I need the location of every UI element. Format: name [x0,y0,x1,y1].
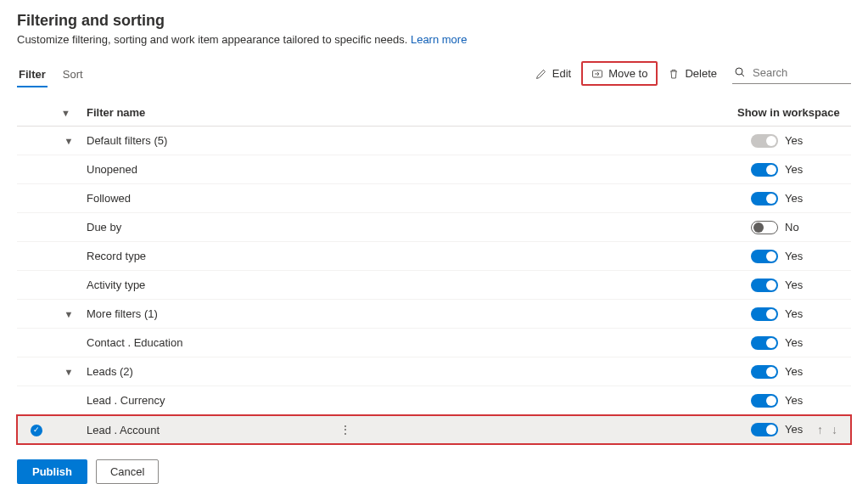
table-row[interactable]: Contact . EducationYes [17,329,851,357]
row-select-cell[interactable] [17,184,56,213]
row-expand-cell [56,329,81,357]
row-name-cell: Leads (2) [81,357,732,386]
row-name-cell: Unopened [81,155,732,184]
row-name-label: Lead . Account [87,424,160,436]
table-row[interactable]: ▼Default filters (5)Yes [17,127,851,155]
trash-icon [668,68,680,80]
tab-strip: Filter Sort [17,63,85,87]
page-title: Filtering and sorting [17,12,851,30]
row-name-label: Followed [87,192,131,205]
table-row[interactable]: ✓Lead . Account⋮Yes↑↓ [17,415,851,444]
row-expand-cell [56,386,81,415]
table-row[interactable]: Activity typeYes [17,271,851,300]
row-name-cell: Activity type [81,271,732,300]
row-name-cell: Default filters (5) [81,127,732,155]
show-in-workspace-toggle[interactable] [751,336,778,350]
tab-filter[interactable]: Filter [17,63,48,87]
row-select-cell[interactable] [17,300,56,329]
column-show-in-workspace[interactable]: Show in workspace [732,99,851,127]
header-expand[interactable]: ▼ [56,99,81,127]
footer-actions: Publish Cancel [17,459,851,484]
show-in-workspace-toggle[interactable] [751,279,778,292]
svg-point-1 [736,68,742,75]
row-name-label: Unopened [87,163,137,176]
show-in-workspace-toggle[interactable] [751,423,778,436]
toggle-state-label: Yes [785,307,804,320]
row-expand-cell[interactable]: ▼ [56,357,81,386]
search-input[interactable] [751,65,868,80]
row-select-cell[interactable] [17,329,56,357]
move-to-button[interactable]: Move to [585,64,654,83]
delete-button[interactable]: Delete [661,64,724,83]
show-in-workspace-toggle [751,134,778,148]
checkmark-icon: ✓ [31,425,42,436]
toggle-state-label: Yes [785,134,804,147]
table-row[interactable]: UnopenedYes [17,155,851,184]
row-name-label: More filters (1) [87,307,158,320]
row-expand-cell [56,242,81,271]
move-up-icon[interactable]: ↑ [817,423,823,436]
row-expand-cell [56,213,81,242]
page-subtitle: Customize filtering, sorting and work it… [17,33,851,46]
tab-sort[interactable]: Sort [61,63,85,87]
toggle-state-label: Yes [785,423,804,436]
show-in-workspace-toggle[interactable] [751,192,778,205]
chevron-down-icon: ▼ [61,108,70,118]
table-row[interactable]: Lead . CurrencyYes [17,386,851,415]
toggle-state-label: Yes [785,336,804,349]
row-reorder-controls: ↑↓ [817,423,837,436]
toggle-state-label: Yes [785,365,804,378]
show-in-workspace-toggle[interactable] [751,221,778,234]
move-to-highlight: Move to [581,61,658,86]
command-bar: Edit Move to Delete [529,61,851,87]
move-down-icon[interactable]: ↓ [832,423,837,436]
row-name-cell: Due by [81,213,732,242]
table-row[interactable]: FollowedYes [17,184,851,213]
show-in-workspace-toggle[interactable] [751,163,778,177]
move-to-icon [591,68,603,80]
row-select-cell[interactable] [17,242,56,271]
toggle-state-label: Yes [785,163,804,176]
row-select-cell[interactable] [17,357,56,386]
row-name-label: Leads (2) [87,365,133,378]
search-field[interactable] [732,64,851,84]
row-name-label: Default filters (5) [87,134,167,147]
row-select-cell[interactable] [17,271,56,300]
toggle-state-label: Yes [785,394,804,407]
row-select-cell[interactable] [17,155,56,184]
row-name-cell: Followed [81,184,732,213]
chevron-down-icon: ▼ [64,367,74,377]
show-in-workspace-toggle[interactable] [751,365,778,379]
row-expand-cell[interactable]: ▼ [56,300,81,329]
row-select-cell[interactable] [17,386,56,415]
show-in-workspace-toggle[interactable] [751,307,778,321]
row-select-cell[interactable]: ✓ [17,415,56,444]
learn-more-link[interactable]: Learn more [411,33,467,46]
row-expand-cell [56,271,81,300]
row-name-label: Due by [87,221,121,234]
toggle-state-label: No [785,221,804,234]
row-name-cell: Contact . Education [81,329,732,357]
row-expand-cell[interactable]: ▼ [56,127,81,155]
row-select-cell[interactable] [17,127,56,155]
row-expand-cell [56,415,81,444]
column-filter-name[interactable]: Filter name [81,99,732,127]
table-row[interactable]: ▼Leads (2)Yes [17,357,851,386]
row-select-cell[interactable] [17,213,56,242]
show-in-workspace-toggle[interactable] [751,250,778,263]
publish-button[interactable]: Publish [17,459,87,484]
cancel-button[interactable]: Cancel [96,459,159,484]
show-in-workspace-toggle[interactable] [751,394,778,408]
row-name-cell: Lead . Currency [81,386,732,415]
row-expand-cell [56,184,81,213]
table-row[interactable]: Due byNo [17,213,851,242]
table-row[interactable]: Record typeYes [17,242,851,271]
filters-table: ▼ Filter name Show in workspace ▼Default… [17,99,851,444]
toggle-state-label: Yes [785,250,804,262]
row-name-cell: More filters (1) [81,300,732,329]
row-name-cell: Lead . Account⋮ [81,415,732,444]
edit-button[interactable]: Edit [529,64,578,83]
search-icon [734,66,746,78]
table-row[interactable]: ▼More filters (1)Yes [17,300,851,329]
row-more-icon[interactable]: ⋮ [329,423,361,436]
